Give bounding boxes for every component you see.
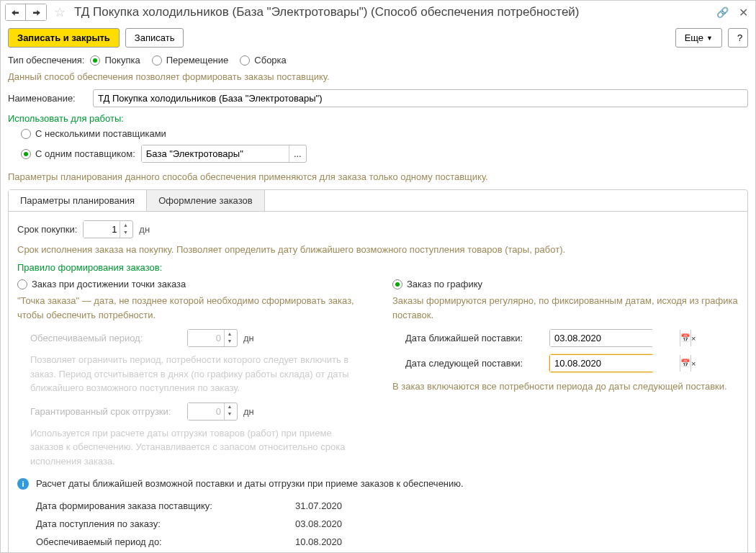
info-text: Расчет даты ближайшей возможной поставки… bbox=[36, 478, 464, 489]
spinner-up[interactable]: ▲ bbox=[120, 221, 130, 228]
supplier-select-button[interactable]: ... bbox=[289, 145, 306, 162]
ship-term-input bbox=[188, 403, 224, 420]
calc-r1-val: 31.07.2020 bbox=[295, 500, 342, 511]
usage-label: Использовать для работы: bbox=[8, 113, 748, 124]
window-title: ТД Покупка холодильников (База "Электрот… bbox=[74, 5, 712, 19]
purchase-term-input[interactable] bbox=[84, 221, 120, 238]
more-button[interactable]: Еще ▼ bbox=[675, 28, 722, 48]
radio-single-supplier[interactable]: С одним поставщиком: bbox=[21, 148, 135, 159]
name-input[interactable] bbox=[93, 89, 748, 107]
save-button[interactable]: Записать bbox=[125, 28, 184, 48]
rule-point-note: "Точка заказа" — дата, не позднее которо… bbox=[17, 294, 364, 322]
radio-transfer[interactable]: Перемещение bbox=[152, 55, 229, 66]
planning-note: Параметры планирования данного способа о… bbox=[8, 171, 748, 182]
chevron-down-icon: ▼ bbox=[706, 35, 713, 42]
radio-rule-point[interactable]: Заказ при достижении точки заказа bbox=[17, 279, 364, 289]
spinner-down[interactable]: ▼ bbox=[120, 228, 130, 235]
name-label: Наименование: bbox=[8, 93, 87, 104]
guaranteed-period-label: Обеспечиваемый период: bbox=[30, 333, 181, 343]
radio-purchase[interactable]: Покупка bbox=[90, 55, 140, 66]
calc-r1-label: Дата формирования заказа поставщику: bbox=[36, 500, 295, 511]
info-icon: i bbox=[17, 478, 29, 490]
help-button[interactable]: ? bbox=[728, 28, 748, 48]
calc-r3-label: Обеспечиваемый период до: bbox=[36, 536, 295, 547]
calendar-icon[interactable]: 📅 bbox=[680, 330, 690, 346]
calc-r2-val: 03.08.2020 bbox=[295, 518, 342, 529]
ship-term-label: Гарантированный срок отгрузки: bbox=[30, 406, 181, 417]
guaranteed-note: Позволяет ограничить период, потребности… bbox=[30, 353, 364, 395]
schedule-note2: В заказ включаются все потребности перио… bbox=[392, 379, 739, 394]
radio-assembly[interactable]: Сборка bbox=[240, 55, 287, 66]
nav-buttons: 🠘 🠚 bbox=[5, 4, 47, 21]
date-next-label: Дата ближайшей поставки: bbox=[405, 333, 542, 343]
clear-icon[interactable]: × bbox=[690, 330, 696, 346]
purchase-term-unit: дн bbox=[139, 224, 150, 235]
purchase-term-label: Срок покупки: bbox=[17, 224, 77, 235]
calc-r2-label: Дата поступления по заказу: bbox=[36, 518, 295, 529]
clear-icon[interactable]: × bbox=[690, 355, 696, 372]
tab-planning-params[interactable]: Параметры планирования bbox=[9, 190, 147, 211]
provision-note: Данный способ обеспечения позволяет форм… bbox=[8, 71, 748, 82]
forward-button[interactable]: 🠚 bbox=[26, 4, 46, 20]
close-icon[interactable]: ✕ bbox=[739, 6, 748, 19]
date-after-label: Дата следующей поставки: bbox=[405, 358, 542, 369]
guaranteed-period-input bbox=[188, 330, 224, 346]
back-button[interactable]: 🠘 bbox=[6, 4, 26, 20]
radio-rule-schedule[interactable]: Заказ по графику bbox=[392, 279, 739, 289]
calc-r3-val: 10.08.2020 bbox=[295, 536, 342, 547]
order-rule-label: Правило формирования заказов: bbox=[17, 262, 739, 273]
provision-type-label: Тип обеспечения: bbox=[8, 55, 84, 66]
rule-schedule-note: Заказы формируются регулярно, по фиксиро… bbox=[392, 294, 739, 322]
purchase-term-note: Срок исполнения заказа на покупку. Позво… bbox=[17, 244, 739, 255]
date-after-input[interactable] bbox=[550, 355, 680, 372]
radio-multi-supplier[interactable]: С несколькими поставщиками bbox=[21, 128, 748, 139]
ship-note: Используется при расчете даты отгрузки т… bbox=[30, 426, 364, 469]
save-close-button[interactable]: Записать и закрыть bbox=[8, 28, 120, 48]
supplier-input[interactable] bbox=[142, 145, 289, 162]
date-next-input[interactable] bbox=[550, 330, 680, 346]
tab-order-design[interactable]: Оформление заказов bbox=[147, 190, 265, 211]
favorite-icon[interactable]: ☆ bbox=[54, 4, 66, 20]
calendar-icon[interactable]: 📅 bbox=[680, 355, 690, 372]
link-icon[interactable]: 🔗 bbox=[716, 6, 729, 18]
